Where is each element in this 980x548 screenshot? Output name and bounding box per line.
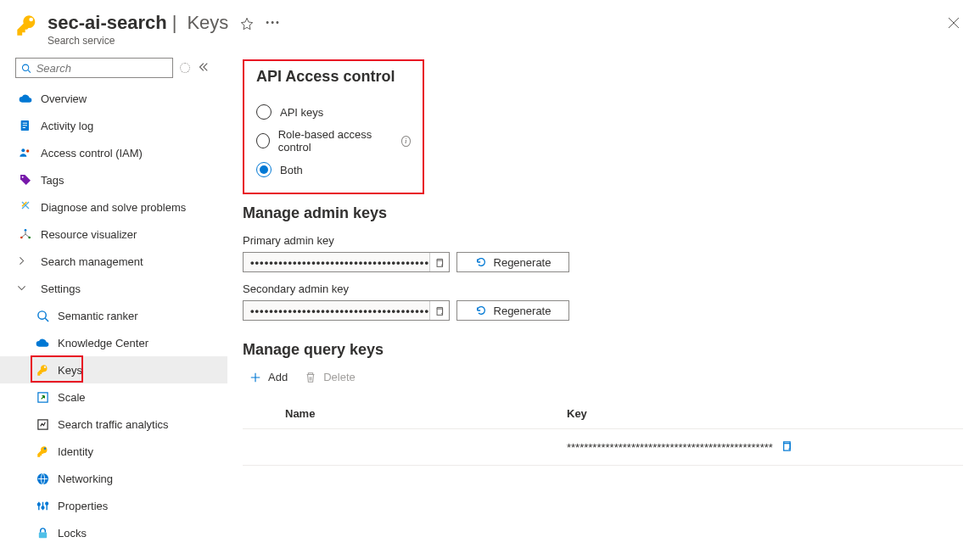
radio-both[interactable]: Both <box>256 155 411 184</box>
cloud-fill-icon <box>36 336 49 349</box>
svg-point-17 <box>42 506 44 508</box>
svg-point-18 <box>45 502 48 505</box>
sidebar-item-search-management[interactable]: Search management <box>0 248 227 275</box>
svg-rect-3 <box>23 125 27 126</box>
svg-point-8 <box>25 229 27 232</box>
svg-point-14 <box>43 447 46 450</box>
tag-icon <box>19 173 32 187</box>
svg-point-5 <box>21 148 25 152</box>
resource-name: sec-ai-search <box>48 12 167 34</box>
plus-icon <box>249 372 261 383</box>
search-input[interactable] <box>36 62 167 75</box>
resource-type: Search service <box>48 35 228 47</box>
page-header: sec-ai-search | Keys Search service ••• <box>0 0 980 51</box>
scale-icon <box>36 390 49 404</box>
properties-icon <box>36 499 49 512</box>
svg-point-16 <box>37 503 40 506</box>
sidebar-item-networking[interactable]: Networking <box>0 465 227 492</box>
header-actions: ••• <box>240 17 281 33</box>
svg-point-7 <box>22 176 24 178</box>
sidebar-item-properties[interactable]: Properties <box>0 492 227 519</box>
regenerate-secondary-button[interactable]: Regenerate <box>456 300 569 321</box>
secondary-key-label: Secondary admin key <box>243 282 963 295</box>
sidebar-item-locks[interactable]: Locks <box>0 519 227 546</box>
sidebar-item-identity[interactable]: Identity <box>0 438 227 465</box>
close-icon[interactable] <box>948 15 960 33</box>
focus-mode-icon[interactable] <box>180 63 190 73</box>
chevron-down-icon <box>17 282 27 295</box>
radio-icon <box>256 162 272 177</box>
sidebar-item-settings[interactable]: Settings <box>0 275 227 302</box>
sidebar-item-overview[interactable]: Overview <box>0 85 227 112</box>
copy-icon[interactable] <box>780 439 792 455</box>
info-icon[interactable]: i <box>401 136 411 147</box>
sidebar-search[interactable] <box>15 58 173 78</box>
svg-point-0 <box>22 64 28 70</box>
lock-icon <box>36 526 49 540</box>
people-icon <box>19 146 32 159</box>
radio-icon <box>256 104 272 120</box>
key-small-icon <box>36 363 49 377</box>
search-icon <box>21 63 31 74</box>
primary-key-input[interactable]: •••••••••••••••••••••••••••••••••••••••• <box>243 252 450 272</box>
identity-icon <box>36 445 49 458</box>
search-config-icon <box>36 309 49 322</box>
copy-icon[interactable] <box>429 253 448 271</box>
main-content: API Access control API keys Role-based a… <box>227 51 980 548</box>
delete-button[interactable]: Delete <box>305 371 356 383</box>
page-name: Keys <box>187 12 228 34</box>
visualizer-icon <box>19 227 32 241</box>
sidebar-item-semantic-ranker[interactable]: Semantic ranker <box>0 302 227 329</box>
svg-point-11 <box>37 310 45 318</box>
sidebar-item-diagnose[interactable]: Diagnose and solve problems <box>0 193 227 221</box>
sidebar-item-tags[interactable]: Tags <box>0 166 227 193</box>
query-keys-table: Name Key *******************************… <box>243 399 963 466</box>
sidebar: Overview Activity log Access control (IA… <box>0 51 227 548</box>
manage-query-title: Manage query keys <box>243 341 963 359</box>
column-key: Key <box>567 407 963 420</box>
trash-icon <box>305 372 316 383</box>
collapse-sidebar-icon[interactable] <box>197 61 209 75</box>
analytics-icon <box>36 417 49 431</box>
api-access-control-box: API Access control API keys Role-based a… <box>243 59 424 194</box>
copy-icon[interactable] <box>429 301 448 320</box>
table-row[interactable]: ****************************************… <box>243 429 963 466</box>
svg-rect-19 <box>38 532 46 538</box>
refresh-icon <box>475 256 487 268</box>
sidebar-item-access-control[interactable]: Access control (IAM) <box>0 139 227 166</box>
sidebar-item-resource-visualizer[interactable]: Resource visualizer <box>0 221 227 248</box>
sidebar-item-activity-log[interactable]: Activity log <box>0 112 227 139</box>
sidebar-item-scale[interactable]: Scale <box>0 383 227 411</box>
svg-point-6 <box>26 149 29 152</box>
refresh-icon <box>475 305 487 316</box>
header-title-block: sec-ai-search | Keys Search service <box>48 12 228 47</box>
log-icon <box>19 119 32 132</box>
primary-key-label: Primary admin key <box>243 234 963 247</box>
radio-rbac[interactable]: Role-based access control i <box>256 126 411 155</box>
svg-rect-21 <box>437 309 443 315</box>
more-icon[interactable]: ••• <box>266 17 281 33</box>
sidebar-item-keys[interactable]: Keys <box>0 356 227 383</box>
manage-admin-title: Manage admin keys <box>243 204 963 222</box>
key-icon <box>15 14 39 37</box>
diagnose-icon <box>19 200 32 214</box>
add-button[interactable]: Add <box>249 371 288 383</box>
svg-rect-4 <box>23 127 25 128</box>
svg-rect-20 <box>437 260 443 266</box>
cloud-icon <box>19 92 32 105</box>
column-name: Name <box>285 407 567 420</box>
sidebar-item-traffic-analytics[interactable]: Search traffic analytics <box>0 411 227 438</box>
secondary-key-input[interactable]: •••••••••••••••••••••••••••••••••••••••• <box>243 300 450 321</box>
chevron-right-icon <box>17 255 27 268</box>
radio-icon <box>256 133 270 148</box>
api-access-title: API Access control <box>256 68 411 86</box>
favorite-icon[interactable] <box>240 17 254 33</box>
svg-rect-2 <box>23 123 27 124</box>
regenerate-primary-button[interactable]: Regenerate <box>456 252 569 272</box>
networking-icon <box>36 472 49 485</box>
sidebar-item-knowledge-center[interactable]: Knowledge Center <box>0 329 227 356</box>
radio-api-keys[interactable]: API keys <box>256 98 411 126</box>
